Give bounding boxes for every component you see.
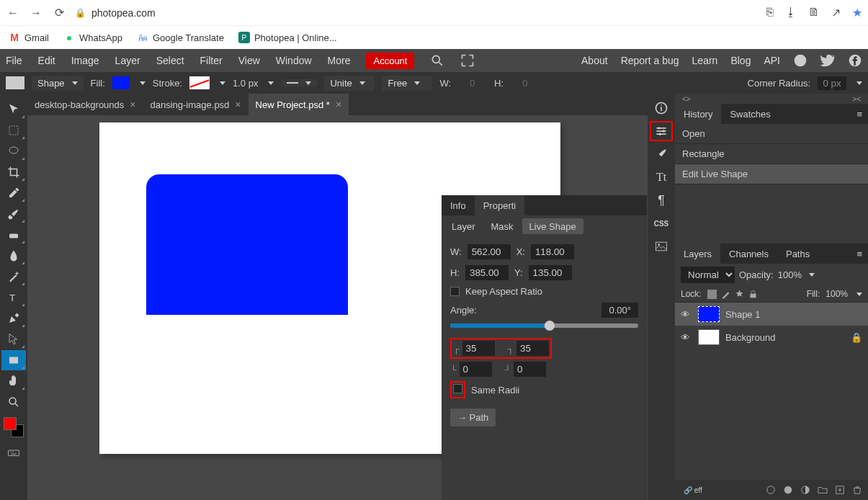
new-layer-icon[interactable]: [835, 485, 845, 495]
share-icon[interactable]: ↗: [831, 6, 841, 19]
panel-menu-icon[interactable]: ≡: [851, 249, 868, 259]
prop-y-input[interactable]: [529, 265, 572, 280]
panel-menu-icon[interactable]: ≡: [851, 109, 868, 120]
lock-position-icon[interactable]: [735, 290, 744, 299]
tab-channels[interactable]: Channels: [720, 244, 777, 264]
height-input[interactable]: [511, 76, 540, 90]
eyedropper-tool[interactable]: [1, 183, 26, 203]
image-panel-icon[interactable]: [650, 236, 673, 256]
menu-view[interactable]: View: [238, 55, 260, 66]
fill-swatch[interactable]: [112, 76, 130, 89]
stroke-swatch[interactable]: [189, 76, 210, 89]
tab-history[interactable]: History: [675, 104, 721, 124]
hand-tool[interactable]: [1, 371, 26, 391]
keep-ratio-checkbox[interactable]: [450, 287, 460, 296]
keyboard-icon[interactable]: [1, 442, 26, 463]
bookmark-whatsapp[interactable]: ●WhatsApp: [63, 32, 122, 43]
crop-tool[interactable]: [1, 162, 26, 182]
menu-about[interactable]: About: [581, 55, 608, 66]
close-icon[interactable]: ×: [235, 99, 241, 110]
combine-select[interactable]: Unite: [324, 76, 375, 91]
tab-info[interactable]: Info: [442, 195, 475, 215]
stroke-width[interactable]: 1.0 px: [233, 78, 258, 89]
menu-blog[interactable]: Blog: [730, 55, 751, 66]
opacity-value[interactable]: 100%: [778, 269, 802, 280]
menu-filter[interactable]: Filter: [200, 55, 223, 66]
rectangle-tool[interactable]: [1, 350, 26, 370]
menu-file[interactable]: File: [6, 55, 22, 66]
menu-image[interactable]: Image: [71, 55, 99, 66]
paragraph-icon[interactable]: ¶: [650, 190, 673, 210]
menu-report-bug[interactable]: Report a bug: [621, 55, 679, 66]
character-icon[interactable]: Tt: [650, 167, 673, 187]
tab-layers[interactable]: Layers: [675, 244, 720, 264]
align-select[interactable]: Free: [382, 76, 432, 91]
adjustments-icon[interactable]: [650, 121, 673, 141]
reddit-icon[interactable]: [793, 53, 807, 68]
css-icon[interactable]: CSS: [650, 213, 673, 233]
url-bar[interactable]: 🔒 photopea.com: [75, 7, 156, 19]
account-button[interactable]: Account: [366, 53, 414, 69]
tab-dansing-image[interactable]: dansing-image.psd×: [143, 94, 249, 115]
install-icon[interactable]: ⎘: [766, 6, 774, 19]
color-swatches[interactable]: [4, 417, 24, 437]
lock-transparent-icon[interactable]: [707, 290, 717, 299]
to-path-button[interactable]: → Path: [450, 409, 496, 427]
layer-background[interactable]: 👁 Background 🔒: [675, 326, 868, 349]
tab-new-project[interactable]: New Project.psd *×: [249, 94, 349, 115]
bookmark-photopea[interactable]: PPhotopea | Online...: [238, 32, 337, 43]
search-icon[interactable]: [430, 53, 444, 68]
bookmark-translate[interactable]: 🗛Google Translate: [137, 32, 224, 43]
facebook-icon[interactable]: [848, 53, 862, 68]
move-tool[interactable]: [1, 99, 26, 120]
newdoc-icon[interactable]: 🗎: [808, 6, 820, 19]
close-icon[interactable]: ×: [336, 99, 341, 110]
prop-x-input[interactable]: [531, 244, 574, 259]
radius-tr-input[interactable]: [516, 341, 549, 356]
mask-icon[interactable]: [783, 485, 793, 495]
history-item-open[interactable]: Open: [675, 124, 868, 144]
menu-learn[interactable]: Learn: [692, 55, 718, 66]
history-item-edit-live-shape[interactable]: Edit Live Shape: [675, 164, 868, 184]
marquee-tool[interactable]: [1, 120, 26, 140]
angle-value[interactable]: 0.00°: [601, 303, 638, 318]
bookmark-star-icon[interactable]: ★: [852, 6, 862, 19]
wand-tool[interactable]: [1, 267, 26, 287]
fill-value[interactable]: 100%: [826, 289, 848, 299]
menu-api[interactable]: API: [764, 55, 780, 66]
close-icon[interactable]: ×: [130, 99, 135, 110]
angle-slider[interactable]: [450, 323, 638, 328]
corner-radius-input[interactable]: [818, 76, 846, 90]
back-button[interactable]: ←: [6, 6, 20, 20]
subtab-mask[interactable]: Mask: [484, 218, 521, 234]
zoom-tool[interactable]: [1, 392, 26, 412]
brush-panel-icon[interactable]: [650, 144, 673, 164]
menu-edit[interactable]: Edit: [38, 55, 55, 66]
forward-button[interactable]: →: [29, 6, 43, 20]
visibility-icon[interactable]: 👁: [681, 309, 692, 320]
pen-tool[interactable]: [1, 308, 26, 329]
brush-tool[interactable]: [1, 204, 26, 224]
blur-tool[interactable]: [1, 246, 26, 266]
visibility-icon[interactable]: 👁: [681, 332, 692, 343]
fullscreen-icon[interactable]: [460, 53, 475, 68]
menu-more[interactable]: More: [328, 55, 351, 66]
delete-icon[interactable]: [852, 485, 862, 495]
lasso-tool[interactable]: [1, 141, 26, 161]
prop-height-input[interactable]: [465, 265, 509, 280]
info-icon[interactable]: [650, 98, 673, 118]
reload-button[interactable]: ⟳: [52, 6, 66, 20]
history-item-rectangle[interactable]: Rectangle: [675, 144, 868, 164]
stroke-style-select[interactable]: [281, 79, 317, 87]
menu-layer[interactable]: Layer: [115, 55, 140, 66]
path-select-tool[interactable]: [1, 329, 26, 349]
radius-tl-input[interactable]: [462, 341, 495, 356]
bookmark-gmail[interactable]: MGmail: [9, 32, 49, 43]
shape-mode-select[interactable]: Shape: [32, 76, 84, 91]
adjustment-layer-icon[interactable]: [800, 485, 810, 495]
subtab-layer[interactable]: Layer: [444, 218, 483, 234]
type-tool[interactable]: T: [1, 287, 26, 308]
tab-swatches[interactable]: Swatches: [721, 104, 779, 124]
folder-icon[interactable]: [818, 485, 828, 495]
radius-br-input[interactable]: [514, 362, 546, 377]
